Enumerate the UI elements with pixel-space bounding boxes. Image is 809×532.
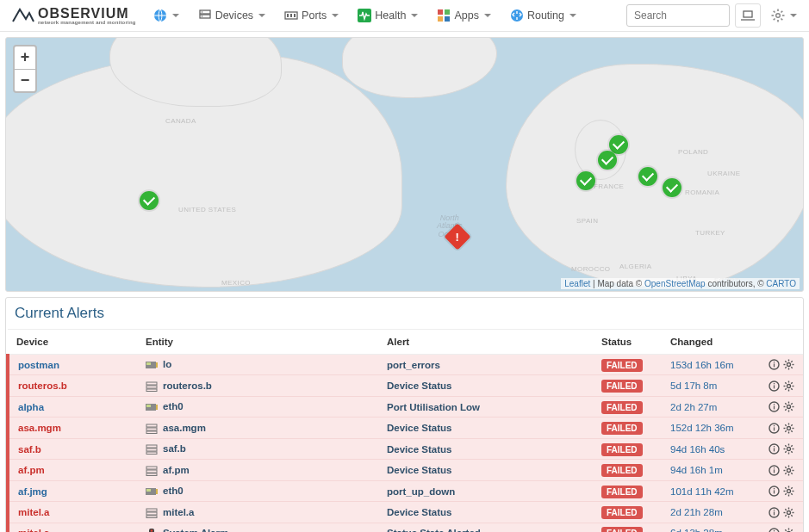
entity-link[interactable]: lo	[163, 359, 171, 369]
entity-link[interactable]: eth0	[163, 401, 184, 411]
changed-time: 94d 16h 1m	[662, 460, 756, 480]
alert-link[interactable]: Status State Alerted	[387, 528, 481, 532]
nav-item-apps[interactable]: Apps	[430, 3, 498, 28]
info-icon[interactable]	[769, 401, 780, 412]
nav-item-ports[interactable]: Ports	[277, 3, 345, 28]
info-icon[interactable]	[769, 528, 780, 532]
nav-item-health[interactable]: Health	[351, 3, 425, 28]
entity-icon	[146, 466, 158, 476]
carto-link[interactable]: CARTO	[766, 279, 796, 288]
gear-icon[interactable]	[783, 401, 794, 412]
device-link[interactable]: alpha	[18, 402, 44, 412]
entity-link[interactable]: saf.b	[163, 443, 186, 454]
gear-icon[interactable]	[783, 380, 794, 392]
device-link[interactable]: af.jmg	[18, 486, 47, 497]
info-icon[interactable]	[769, 380, 780, 392]
port-icon	[284, 9, 298, 22]
map-attribution: Leaflet | Map data © OpenStreetMap contr…	[561, 278, 800, 289]
alert-link[interactable]: Port Utilisation Low	[387, 402, 480, 412]
alert-link[interactable]: Device Status	[387, 507, 451, 517]
changed-time: 101d 11h 42m	[662, 480, 756, 501]
settings-menu[interactable]	[766, 3, 802, 28]
svg-line-24	[781, 11, 783, 13]
entity-link[interactable]: System Alarm	[163, 528, 228, 532]
entity-link[interactable]: mitel.a	[163, 507, 194, 517]
svg-rect-105	[774, 469, 775, 473]
svg-line-52	[785, 382, 786, 383]
alert-link[interactable]: port_errors	[387, 360, 440, 370]
changed-time: 152d 12h 36m	[662, 418, 756, 438]
nav-item-devices[interactable]: Devices	[191, 3, 272, 28]
svg-rect-91	[774, 446, 775, 447]
device-link[interactable]: mitel.a	[18, 507, 49, 517]
gear-icon[interactable]	[783, 528, 794, 532]
device-link[interactable]: routeros.b	[18, 380, 67, 391]
alert-link[interactable]: Device Status	[387, 444, 451, 455]
map-marker-ok[interactable]	[638, 167, 657, 186]
svg-line-67	[785, 404, 786, 405]
col-alert: Alert	[378, 330, 593, 355]
changed-time: 94d 16h 40s	[662, 438, 756, 459]
svg-line-112	[785, 467, 786, 467]
entity-icon	[146, 424, 158, 434]
map-marker-ok[interactable]	[140, 191, 159, 210]
gear-icon[interactable]	[783, 359, 794, 370]
alerts-panel: Current Alerts Device Entity Alert Statu…	[5, 297, 804, 532]
zoom-in-button[interactable]: +	[15, 46, 35, 69]
gear-icon[interactable]	[783, 443, 794, 455]
map-marker-ok[interactable]	[576, 171, 595, 190]
device-link[interactable]: af.pm	[18, 465, 45, 475]
search-input[interactable]	[626, 4, 730, 27]
entity-link[interactable]: af.pm	[163, 465, 190, 475]
device-link[interactable]: postman	[18, 360, 59, 370]
entity-icon	[146, 402, 158, 412]
svg-line-99	[791, 446, 792, 447]
leaflet-link[interactable]: Leaflet	[564, 279, 590, 288]
svg-line-83	[791, 430, 792, 431]
gear-icon[interactable]	[783, 423, 794, 434]
svg-line-129	[791, 488, 792, 489]
nav-label: Health	[375, 9, 406, 22]
brand[interactable]: OBSERVIUM network management and monitor…	[7, 4, 141, 27]
device-link[interactable]: saf.b	[18, 444, 41, 455]
svg-rect-10	[438, 9, 443, 15]
info-icon[interactable]	[769, 423, 780, 434]
info-icon[interactable]	[769, 465, 780, 476]
gear-icon[interactable]	[783, 507, 794, 518]
svg-line-113	[791, 473, 792, 473]
svg-line-97	[785, 446, 786, 447]
gear-icon[interactable]	[783, 486, 794, 497]
svg-line-158	[785, 530, 786, 531]
entity-link[interactable]: eth0	[163, 486, 184, 496]
device-link[interactable]: mitel.a	[18, 528, 49, 532]
map-marker-ok[interactable]	[663, 178, 681, 197]
svg-line-23	[781, 19, 783, 21]
navbar: OBSERVIUM network management and monitor…	[0, 0, 809, 32]
entity-link[interactable]: routeros.b	[163, 380, 212, 391]
gear-icon[interactable]	[783, 465, 794, 476]
zoom-out-button[interactable]: −	[15, 69, 35, 91]
alert-link[interactable]: Device Status	[387, 380, 451, 391]
map[interactable]: NorthAtlanticOcean CANADA UNITED STATES …	[5, 37, 804, 292]
svg-point-62	[787, 405, 791, 409]
svg-rect-101	[146, 467, 157, 469]
entity-link[interactable]: asa.mgm	[163, 423, 206, 433]
nav-item-globe[interactable]	[146, 3, 186, 28]
info-icon[interactable]	[769, 359, 780, 370]
info-icon[interactable]	[769, 443, 780, 455]
status-badge: FAILED	[601, 506, 643, 519]
chevron-down-icon	[172, 14, 179, 17]
info-icon[interactable]	[769, 486, 780, 497]
svg-line-37	[785, 362, 786, 362]
info-icon[interactable]	[769, 507, 780, 518]
device-link[interactable]: asa.mgm	[18, 423, 61, 433]
nav-item-routing[interactable]: Routing	[503, 3, 583, 28]
laptop-button[interactable]	[735, 3, 761, 28]
osm-link[interactable]: OpenStreetMap	[644, 279, 706, 288]
globe-icon	[153, 9, 167, 22]
alert-link[interactable]: Device Status	[387, 423, 451, 433]
alert-link[interactable]: Device Status	[387, 465, 451, 475]
chevron-down-icon	[411, 14, 418, 17]
map-marker-ok[interactable]	[598, 151, 617, 170]
alert-link[interactable]: port_up_down	[387, 486, 455, 497]
